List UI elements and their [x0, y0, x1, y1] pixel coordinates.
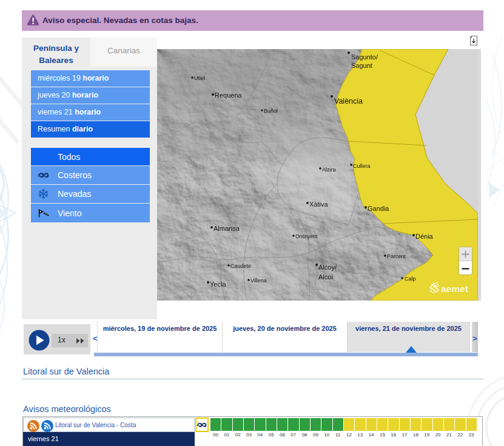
- svg-text:Ontinyent: Ontinyent: [295, 233, 318, 239]
- svg-text:Parcent: Parcent: [387, 253, 406, 259]
- svg-text:València: València: [334, 97, 363, 105]
- svg-text:Xàtiva: Xàtiva: [309, 201, 328, 208]
- svg-text:Caudete: Caudete: [230, 263, 251, 269]
- svg-text:Alzira: Alzira: [322, 167, 336, 173]
- svg-text:Alcoy/: Alcoy/: [318, 264, 337, 271]
- svg-text:Calp: Calp: [405, 276, 416, 282]
- svg-text:Sagunt: Sagunt: [351, 62, 372, 69]
- svg-text:Cullera: Cullera: [353, 163, 371, 169]
- svg-text:aemet: aemet: [441, 284, 468, 294]
- svg-text:Yecla: Yecla: [210, 281, 226, 288]
- svg-text:Sagunto/: Sagunto/: [351, 53, 378, 61]
- svg-text:Buñol: Buñol: [264, 108, 278, 114]
- svg-text:Villena: Villena: [250, 278, 267, 284]
- svg-text:Gandia: Gandia: [368, 205, 389, 212]
- svg-text:Utiel: Utiel: [194, 75, 205, 81]
- svg-text:Dénia: Dénia: [415, 233, 434, 240]
- svg-text:Alcoi: Alcoi: [318, 273, 333, 281]
- svg-text:Almansa: Almansa: [213, 225, 240, 232]
- svg-text:Requena: Requena: [215, 92, 243, 99]
